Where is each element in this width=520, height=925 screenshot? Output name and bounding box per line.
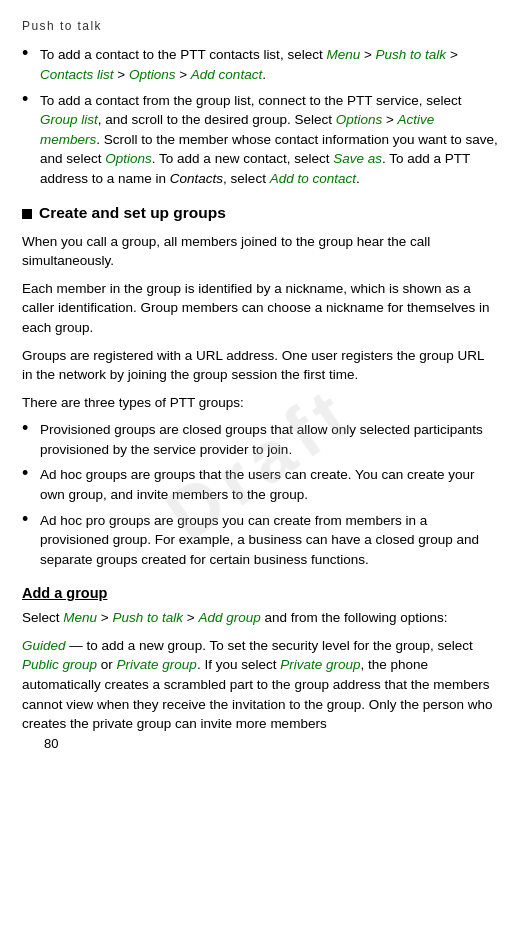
bullet-dot: • xyxy=(22,463,36,485)
guided-link: Guided xyxy=(22,638,66,653)
list-item: • Provisioned groups are closed groups t… xyxy=(22,420,498,459)
page-content: Push to talk • To add a contact to the P… xyxy=(0,0,520,792)
bullet-list-2: • Provisioned groups are closed groups t… xyxy=(22,420,498,569)
bullet-dot: • xyxy=(22,89,36,111)
section-para-1: When you call a group, all members joine… xyxy=(22,232,498,271)
add-group-heading: Add a group xyxy=(22,583,498,604)
section-heading-text: Create and set up groups xyxy=(39,202,226,224)
section-heading-groups: Create and set up groups xyxy=(22,202,498,224)
bullet-text: Ad hoc pro groups are groups you can cre… xyxy=(40,511,498,570)
bullet-list-1: • To add a contact to the PTT contacts l… xyxy=(22,45,498,188)
menu-link-ag: Menu xyxy=(63,610,97,625)
options-link: Options xyxy=(129,67,176,82)
add-to-contact-link: Add to contact xyxy=(270,171,356,186)
add-group-link: Add group xyxy=(198,610,260,625)
section-para-2: Each member in the group is identified b… xyxy=(22,279,498,338)
menu-link: Menu xyxy=(326,47,360,62)
bullet-text: Provisioned groups are closed groups tha… xyxy=(40,420,498,459)
page-number: 80 xyxy=(44,735,58,754)
list-item: • To add a contact from the group list, … xyxy=(22,91,498,189)
bullet-dot: • xyxy=(22,418,36,440)
contacts-list-link: Contacts list xyxy=(40,67,114,82)
bullet-text: To add a contact to the PTT contacts lis… xyxy=(40,45,498,84)
section-square-icon xyxy=(22,209,32,219)
bullet-text: Ad hoc groups are groups that the users … xyxy=(40,465,498,504)
list-item: • Ad hoc groups are groups that the user… xyxy=(22,465,498,504)
list-item: • Ad hoc pro groups are groups you can c… xyxy=(22,511,498,570)
add-group-body-text: — to add a new group. To set the securit… xyxy=(66,638,473,653)
save-as-link: Save as xyxy=(333,151,382,166)
bullet-text: To add a contact from the group list, co… xyxy=(40,91,498,189)
bullet-dot: • xyxy=(22,43,36,65)
section-para-4: There are three types of PTT groups: xyxy=(22,393,498,413)
group-list-link: Group list xyxy=(40,112,98,127)
page-number-container: 80 xyxy=(22,742,498,772)
bullet-dot: • xyxy=(22,509,36,531)
if-select-text: . If you select xyxy=(197,657,280,672)
contacts-italic: Contacts xyxy=(170,171,223,186)
options-link3: Options xyxy=(105,151,152,166)
page-header: Push to talk xyxy=(22,18,498,35)
or-text: or xyxy=(97,657,117,672)
push-to-talk-link-ag: Push to talk xyxy=(112,610,183,625)
options-link2: Options xyxy=(336,112,383,127)
add-group-intro: Select Menu > Push to talk > Add group a… xyxy=(22,608,498,628)
list-item: • To add a contact to the PTT contacts l… xyxy=(22,45,498,84)
public-group-link: Public group xyxy=(22,657,97,672)
section-para-3: Groups are registered with a URL address… xyxy=(22,346,498,385)
private-group-link: Private group xyxy=(117,657,197,672)
add-group-description: Guided — to add a new group. To set the … xyxy=(22,636,498,734)
add-contact-link: Add contact xyxy=(191,67,262,82)
private-group-link2: Private group xyxy=(280,657,360,672)
push-to-talk-link: Push to talk xyxy=(376,47,447,62)
